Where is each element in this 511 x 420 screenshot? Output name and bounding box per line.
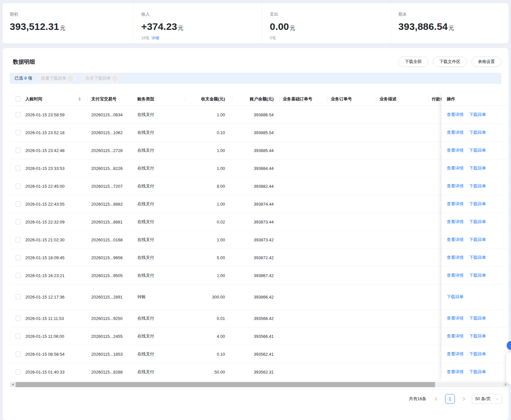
summary-label: 期末 [398, 11, 508, 17]
download-receipt-link[interactable]: 下载回单 [469, 351, 486, 357]
cell-account-type: 在线支付 [134, 237, 185, 243]
cell-checkbox [10, 351, 22, 357]
expense-count: 0笔 [270, 36, 276, 40]
cell-entry-time: 2026-01-15 22:32:09 [22, 220, 88, 224]
table-row: 2026-01-15 22:43:5520260115...8882在线支付1.… [10, 195, 508, 213]
row-checkbox[interactable] [16, 201, 21, 207]
ops-row: 查看详情下载回单 [442, 231, 508, 249]
cell-account-type: 在线支付 [134, 351, 185, 357]
page-size-select[interactable]: 50 条/页 [472, 394, 502, 404]
batch-download-receipts-button[interactable]: 批量下载回单i [37, 74, 77, 83]
row-checkbox[interactable] [16, 112, 21, 117]
summary-label: 收入 [141, 11, 262, 17]
ops-row: 查看详情下载回单 [442, 310, 508, 327]
cell-amount: 1.00 [185, 237, 232, 242]
cell-account-type: 在线支付 [134, 255, 185, 261]
chevron-down-icon [496, 397, 499, 400]
view-details-link[interactable]: 查看详情 [447, 273, 464, 278]
cell-account-type: 在线支付 [134, 130, 185, 135]
table-header-row: 入账时间 支付宝交易号 账务类型 收支金额(元) 账户余额(元) 业务基础订单号… [10, 92, 508, 106]
merge-download-receipts-button[interactable]: 合并下载回单i [81, 74, 121, 83]
table-row: 2026-01-15 23:42:4820260115...2728在线支付1.… [10, 142, 508, 159]
download-filezone-button[interactable]: 下载文件区 [433, 57, 467, 67]
download-receipt-link[interactable]: 下载回单 [469, 201, 486, 207]
view-details-link[interactable]: 查看详情 [447, 333, 464, 339]
page: 期初 393,512.31元 收入 +374.23元 16笔详细 支出 0.00… [0, 0, 511, 420]
row-checkbox[interactable] [16, 130, 21, 135]
cell-balance: 393885.44 [232, 148, 280, 153]
download-receipt-link[interactable]: 下载回单 [469, 369, 486, 375]
download-receipt-link[interactable]: 下载回单 [469, 333, 486, 339]
download-receipt-link[interactable]: 下载回单 [469, 237, 486, 243]
select-all-checkbox[interactable] [16, 96, 21, 102]
row-checkbox[interactable] [16, 334, 21, 339]
selection-bar: 已选0项 批量下载回单i 合并下载回单i [10, 73, 501, 84]
cell-account-type: 在线支付 [134, 333, 185, 339]
scroll-left-icon [12, 383, 14, 386]
row-checkbox[interactable] [16, 184, 21, 189]
floating-widget[interactable] [506, 352, 511, 384]
income-detail-link[interactable]: 详细 [151, 36, 159, 40]
cell-alipay-txn-no: 20260115...0834 [88, 112, 134, 117]
row-checkbox[interactable] [16, 237, 21, 242]
view-details-link[interactable]: 查看详情 [447, 147, 464, 153]
view-details-link[interactable]: 查看详情 [447, 351, 464, 357]
cell-entry-time: 2026-01-15 22:43:55 [22, 202, 88, 207]
row-checkbox[interactable] [16, 255, 21, 260]
view-details-link[interactable]: 查看详情 [447, 165, 464, 171]
horizontal-scrollbar[interactable] [10, 382, 508, 387]
sort-icon[interactable] [78, 97, 81, 101]
download-receipt-link[interactable]: 下载回单 [469, 315, 486, 321]
view-details-link[interactable]: 查看详情 [447, 219, 464, 225]
row-checkbox[interactable] [16, 166, 21, 171]
row-checkbox[interactable] [16, 351, 21, 357]
view-details-link[interactable]: 查看详情 [447, 183, 464, 189]
ops-row: 查看详情下载回单 [442, 106, 508, 124]
cell-checkbox [10, 334, 22, 339]
download-receipt-link[interactable]: 下载回单 [469, 273, 486, 278]
table-scroll-area[interactable]: 入账时间 支付宝交易号 账务类型 收支金额(元) 账户余额(元) 业务基础订单号… [10, 92, 508, 381]
row-checkbox[interactable] [16, 294, 21, 299]
download-receipt-link[interactable]: 下载回单 [469, 112, 486, 118]
scroll-left-button[interactable] [10, 382, 16, 387]
download-receipt-link[interactable]: 下载回单 [469, 165, 486, 171]
table-row: 2026-01-15 01:40:3320260115...8288在线支付50… [10, 363, 508, 381]
cell-alipay-txn-no: 20260115...8882 [88, 202, 134, 207]
view-details-link[interactable]: 查看详情 [447, 130, 464, 135]
summary-unit: 元 [290, 25, 295, 31]
download-receipt-link[interactable]: 下载回单 [447, 294, 464, 300]
view-details-link[interactable]: 查看详情 [447, 201, 464, 207]
download-receipt-link[interactable]: 下载回单 [469, 147, 486, 153]
view-details-link[interactable]: 查看详情 [447, 369, 464, 375]
table-settings-button[interactable]: 表格设置 [471, 57, 501, 67]
download-receipt-link[interactable]: 下载回单 [469, 255, 486, 261]
col-operations: 操作 [442, 92, 508, 106]
row-checkbox[interactable] [16, 148, 21, 153]
cell-entry-time: 2026-01-15 23:58:59 [22, 112, 88, 117]
col-amount: 收支金额(元) [185, 92, 232, 106]
cell-account-type: 在线支付 [134, 201, 185, 207]
row-checkbox[interactable] [16, 273, 21, 278]
col-balance: 账户余额(元) [232, 92, 280, 106]
download-receipt-link[interactable]: 下载回单 [469, 130, 486, 135]
table-row: 2026-01-15 23:58:5920260115...0834在线支付1.… [10, 106, 508, 124]
row-checkbox[interactable] [16, 316, 21, 321]
download-receipt-link[interactable]: 下载回单 [469, 183, 486, 189]
scrollbar-thumb[interactable] [16, 382, 435, 387]
cell-alipay-txn-no: 20260115...9250 [88, 316, 134, 321]
col-entry-time[interactable]: 入账时间 [22, 92, 88, 106]
cell-balance: 393886.54 [232, 112, 280, 117]
row-checkbox[interactable] [16, 369, 21, 375]
page-number-button[interactable]: 1 [445, 394, 455, 404]
download-all-button[interactable]: 下载全部 [398, 57, 428, 67]
view-details-link[interactable]: 查看详情 [447, 237, 464, 243]
row-checkbox[interactable] [16, 219, 21, 224]
cell-balance: 393874.44 [232, 202, 280, 207]
prev-page-button[interactable] [433, 395, 441, 403]
next-page-button[interactable] [459, 395, 467, 403]
cell-checkbox [10, 130, 22, 135]
download-receipt-link[interactable]: 下载回单 [469, 219, 486, 225]
view-details-link[interactable]: 查看详情 [447, 255, 464, 261]
view-details-link[interactable]: 查看详情 [447, 112, 464, 118]
view-details-link[interactable]: 查看详情 [447, 315, 464, 321]
